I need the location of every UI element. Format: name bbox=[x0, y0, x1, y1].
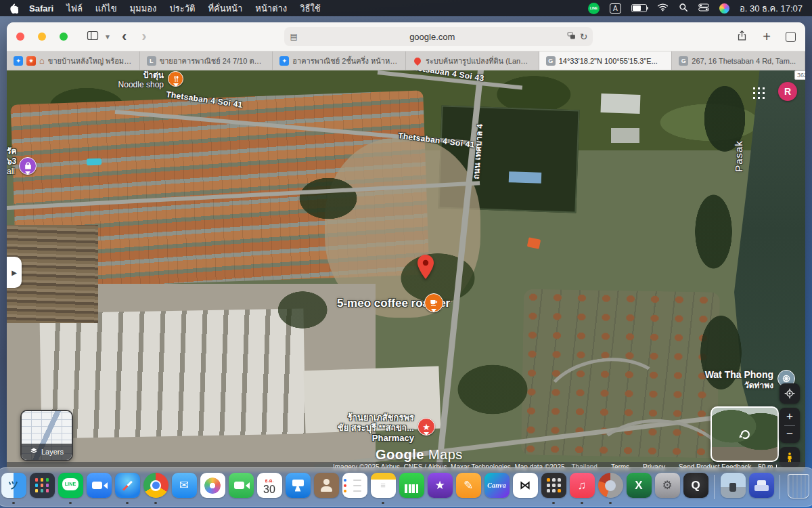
menu-view[interactable]: มุมมอง bbox=[130, 1, 157, 16]
safari-dock-icon[interactable] bbox=[114, 473, 140, 501]
share-icon[interactable] bbox=[736, 30, 748, 44]
line-dock-icon[interactable]: LINE bbox=[58, 473, 83, 501]
menu-history[interactable]: ประวัติ bbox=[169, 1, 195, 16]
g-favicon: G bbox=[546, 56, 556, 66]
road-number-badge: 362 bbox=[794, 70, 805, 80]
capcut-dock-icon[interactable]: ⋈ bbox=[512, 473, 538, 501]
translate-icon[interactable] bbox=[567, 31, 576, 42]
tab-title: 14°33'18.2"N 100°55'15.3"E... bbox=[559, 57, 665, 65]
house-icon: ⌂ bbox=[39, 56, 45, 66]
tab-1[interactable]: ✦ ✷ ⌂ ขายบ้านหลังใหญ่ พร้อมอ... bbox=[7, 51, 140, 70]
tab-5-active[interactable]: G 14°33'18.2"N 100°55'15.3"E... bbox=[539, 51, 673, 70]
printer-dock-icon[interactable] bbox=[748, 473, 774, 501]
account-avatar[interactable]: R bbox=[778, 82, 797, 101]
trash-dock-icon[interactable] bbox=[786, 473, 811, 501]
streetview-thumbnail[interactable] bbox=[710, 406, 779, 462]
close-button[interactable] bbox=[16, 33, 24, 41]
siri-icon[interactable] bbox=[719, 3, 729, 14]
tab-overview-icon[interactable] bbox=[786, 32, 796, 42]
excel-dock-icon[interactable]: X bbox=[626, 473, 652, 501]
url-text[interactable]: google.com bbox=[298, 32, 567, 42]
chevron-down-icon[interactable]: ▼ bbox=[104, 33, 111, 41]
calendar-dock-icon[interactable]: ธ.ค.30 bbox=[256, 473, 282, 501]
imovie-dock-icon[interactable]: ★ bbox=[427, 473, 453, 501]
finder-dock-icon[interactable]: ツ bbox=[1, 473, 26, 501]
keynote-dock-icon[interactable] bbox=[285, 473, 311, 501]
mail-dock-icon[interactable]: ✉ bbox=[171, 473, 197, 501]
destination-pin-icon[interactable] bbox=[418, 255, 434, 282]
menu-clock[interactable]: อ. 30 ธ.ค. 17:07 bbox=[740, 1, 803, 16]
mall-poi-icon[interactable] bbox=[19, 157, 37, 175]
restaurant-poi-icon[interactable] bbox=[168, 71, 183, 87]
layers-button[interactable]: Layers bbox=[20, 410, 73, 461]
zoom-out-button[interactable]: − bbox=[780, 426, 800, 444]
pages-dock-icon[interactable]: ✎ bbox=[455, 473, 481, 501]
poi-wat-label[interactable]: Wat Tha Phong วัดท่าพง bbox=[683, 369, 773, 391]
battery-icon[interactable] bbox=[631, 4, 647, 12]
numbers-dock-icon[interactable] bbox=[399, 473, 424, 501]
fullscreen-button[interactable] bbox=[60, 33, 68, 41]
back-button[interactable]: ‹ bbox=[118, 29, 131, 44]
tab-title: 267, 16 Thetsaban 4 Rd, Tam... bbox=[692, 57, 798, 65]
zoom-in-button[interactable]: + bbox=[780, 408, 800, 425]
notes-dock-icon[interactable]: ≡ bbox=[370, 473, 396, 501]
safari-window: ▼ ‹ › ▤ google.com ↻ + ✦ ✷ ⌂ ขาย bbox=[7, 22, 805, 472]
reminders-dock-icon[interactable] bbox=[342, 473, 367, 501]
map-terrain-building bbox=[527, 237, 541, 249]
g-favicon: G bbox=[679, 56, 688, 66]
contacts-dock-icon[interactable] bbox=[313, 473, 339, 501]
line-status-icon[interactable]: LINE bbox=[588, 3, 600, 14]
forward-button[interactable]: › bbox=[137, 29, 150, 44]
menu-safari[interactable]: Safari bbox=[29, 3, 53, 14]
canva-dock-icon[interactable]: Canva bbox=[484, 473, 510, 501]
map-terrain-pool bbox=[87, 158, 102, 166]
poi-noodle-label[interactable]: ป้าตุ่น Noodle shop bbox=[95, 70, 164, 89]
spotlight-search-icon[interactable] bbox=[679, 3, 688, 14]
facetime-dock-icon[interactable] bbox=[228, 473, 254, 501]
my-location-button[interactable] bbox=[780, 383, 800, 404]
expand-panel-arrow[interactable]: ▶ bbox=[7, 257, 22, 288]
music-dock-icon[interactable]: ♫ bbox=[569, 473, 595, 501]
launchpad-dock-icon[interactable] bbox=[29, 473, 55, 501]
poi-left-partial-label[interactable]: รัค ๖3 all bbox=[7, 146, 16, 177]
sidebar-icon[interactable] bbox=[87, 30, 99, 43]
chrome-dock-icon[interactable] bbox=[143, 473, 168, 501]
quicktime-dock-icon[interactable]: Q bbox=[683, 473, 708, 501]
desktop: { "menu_bar": { "items": ["Safari", "ไฟล… bbox=[0, 0, 812, 508]
menu-bar: Safari ไฟล์ แก้ไข มุมมอง ประวัติ ที่คั่น… bbox=[0, 0, 812, 16]
reload-icon[interactable]: ↻ bbox=[580, 31, 588, 42]
settings-dock-icon[interactable]: ⚙ bbox=[654, 473, 680, 501]
menu-help[interactable]: วิธีใช้ bbox=[300, 1, 320, 16]
menu-bookmarks[interactable]: ที่คั่นหน้า bbox=[208, 1, 242, 16]
downloads-preview-dock-icon[interactable] bbox=[720, 473, 746, 501]
google-apps-grid-icon[interactable] bbox=[751, 85, 765, 99]
pharmacy-poi-icon[interactable]: ★ bbox=[418, 418, 435, 436]
control-center-icon[interactable] bbox=[698, 3, 709, 14]
calculator-dock-icon[interactable] bbox=[541, 473, 566, 501]
poi-pharmacy-label[interactable]: ร้านยาเภสัชกรพร ชัย สระบุรี **สาขา... Ph… bbox=[319, 412, 414, 443]
zoom-dock-icon[interactable] bbox=[86, 473, 112, 501]
new-tab-icon[interactable]: + bbox=[763, 29, 771, 45]
satellite-map[interactable]: Thetsaban 4 Soi 41 Thetsaban 4 Soi 43 Th… bbox=[7, 70, 805, 472]
wifi-icon[interactable] bbox=[657, 3, 669, 14]
page-format-icon[interactable]: ▤ bbox=[290, 32, 297, 41]
apple-logo-icon[interactable] bbox=[9, 3, 18, 14]
tab-3[interactable]: ✦ อาคารพาณิชย์ 2ชั้นครึ่ง หน้าหมู่บ้า... bbox=[273, 51, 406, 70]
tab-2[interactable]: L ขายอาคารพาณิชย์ 24 7/10 ตร.ว.... bbox=[140, 51, 273, 70]
photos-dock-icon[interactable] bbox=[200, 473, 225, 501]
tab-4[interactable]: ระบบค้นหารูปแปลงที่ดิน (Lands... bbox=[406, 51, 539, 70]
coffee-poi-icon[interactable] bbox=[424, 293, 443, 312]
tab-title: อาคารพาณิชย์ 2ชั้นครึ่ง หน้าหมู่บ้า... bbox=[292, 55, 399, 67]
address-bar[interactable]: ▤ google.com ↻ bbox=[284, 27, 593, 46]
map-terrain-building bbox=[509, 171, 542, 184]
ring-app-dock-icon[interactable] bbox=[597, 473, 623, 501]
minimize-button[interactable] bbox=[38, 33, 46, 41]
tab-6[interactable]: G 267, 16 Thetsaban 4 Rd, Tam... bbox=[672, 51, 805, 70]
menu-edit[interactable]: แก้ไข bbox=[95, 1, 117, 16]
tab-title: ขายอาคารพาณิชย์ 24 7/10 ตร.ว.... bbox=[160, 55, 266, 67]
rotate-icon bbox=[738, 427, 752, 442]
festival-icon: ✷ bbox=[26, 56, 36, 66]
menu-window[interactable]: หน้าต่าง bbox=[255, 1, 287, 16]
input-source-icon[interactable]: A bbox=[610, 3, 621, 14]
menu-file[interactable]: ไฟล์ bbox=[66, 1, 83, 16]
